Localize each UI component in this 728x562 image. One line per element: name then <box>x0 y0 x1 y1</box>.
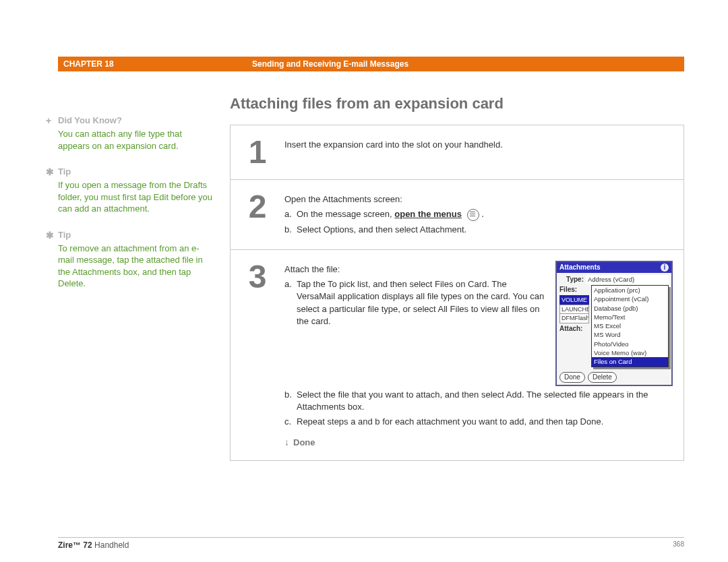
chapter-title: Sending and Receiving E-mail Messages <box>252 57 408 71</box>
chapter-header: CHAPTER 18 Sending and Receiving E-mail … <box>58 57 684 71</box>
step-3c: c. Repeat steps a and b for each attachm… <box>284 416 673 428</box>
step-3b: b. Select the file that you want to atta… <box>284 389 673 413</box>
attachments-screenshot: Attachments i Type: Address (vCard) <box>555 261 673 386</box>
sidebar-did-you-know: + Did You Know? You can attach any file … <box>58 115 213 152</box>
sidebar-head-text: Did You Know? <box>58 115 122 125</box>
plus-icon: + <box>46 115 51 126</box>
step-2b: b. Select Options, and then select Attac… <box>284 224 673 236</box>
filetype-dropdown: Application (prc) Appointment (vCal) Dat… <box>591 285 669 367</box>
asterisk-icon: ✱ <box>46 230 54 241</box>
step-number: 2 <box>231 191 284 239</box>
sidebar: + Did You Know? You can attach any file … <box>58 95 230 461</box>
menu-icon <box>467 209 479 221</box>
sidebar-tip-2: ✱ Tip To remove an attachment from an e-… <box>58 230 213 290</box>
mini-done-button: Done <box>559 372 585 383</box>
step-3a: a. Tap the To pick list, and then select… <box>284 278 547 327</box>
open-menus-link[interactable]: open the menus <box>394 209 462 219</box>
sidebar-body: To remove an attachment from an e-mail m… <box>58 243 213 290</box>
sidebar-body: If you open a message from the Drafts fo… <box>58 179 213 215</box>
step-2a: a. On the message screen, open the menus… <box>284 208 673 221</box>
step-3-intro: Attach the file: <box>284 263 547 276</box>
asterisk-icon: ✱ <box>46 166 54 177</box>
page-number: 368 <box>673 540 684 550</box>
step-number: 1 <box>231 136 284 168</box>
sidebar-head-text: Tip <box>58 166 71 177</box>
section-title: Attaching files from an expansion card <box>230 95 684 113</box>
sidebar-head: ✱ Tip <box>58 230 213 240</box>
sidebar-head: ✱ Tip <box>58 166 213 177</box>
sidebar-head: + Did You Know? <box>58 115 213 125</box>
info-icon: i <box>661 263 669 272</box>
sidebar-head-text: Tip <box>58 230 71 240</box>
step-1: 1 Insert the expansion card into the slo… <box>231 125 684 180</box>
down-arrow-icon: ↓ <box>284 436 289 449</box>
sidebar-tip-1: ✱ Tip If you open a message from the Dra… <box>58 166 213 215</box>
mini-title-bar: Attachments i <box>557 262 671 273</box>
step-2-intro: Open the Attachments screen: <box>284 193 673 206</box>
type-dropdown: Address (vCard) <box>586 275 669 284</box>
files-list: VOLUME LAUNCHE DFMFlash <box>559 294 589 323</box>
sidebar-body: You can attach any file type that appear… <box>58 128 213 152</box>
done-marker: ↓ Done <box>284 436 673 449</box>
step-number: 3 <box>231 261 284 449</box>
steps-box: 1 Insert the expansion card into the slo… <box>230 125 684 461</box>
page-footer: Zire™ 72 Handheld 368 <box>58 537 684 550</box>
footer-product: Zire™ 72 Handheld <box>58 540 129 550</box>
chapter-label: CHAPTER 18 <box>63 57 252 71</box>
step-1-text: Insert the expansion card into the slot … <box>284 139 673 151</box>
step-3: 3 Attach the file: a. Tap the To pick li… <box>231 250 684 460</box>
mini-delete-button: Delete <box>588 372 617 383</box>
step-2: 2 Open the Attachments screen: a. On the… <box>231 180 684 250</box>
